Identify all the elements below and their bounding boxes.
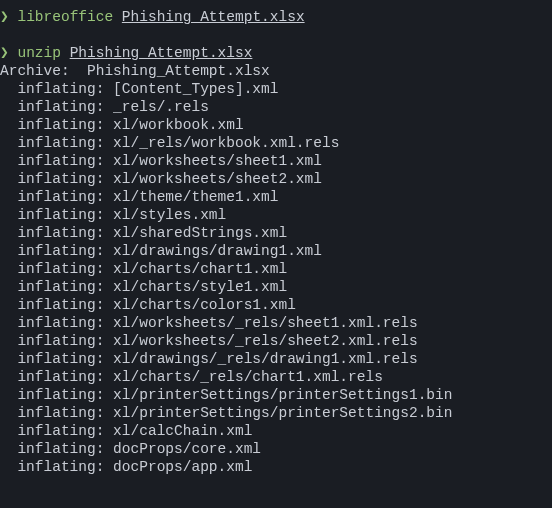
inflate-entry: inflating: xl/workbook.xml [0, 117, 261, 133]
inflate-entry: inflating: xl/printerSettings/printerSet… [0, 387, 470, 403]
prompt-symbol: ❯ [0, 45, 17, 61]
terminal-line: inflating: xl/sharedStrings.xml [0, 224, 552, 242]
inflate-entry: inflating: _rels/.rels [0, 99, 226, 115]
terminal-output[interactable]: ❯ libreoffice Phishing_Attempt.xlsx ❯ un… [0, 8, 552, 476]
inflate-entry: inflating: xl/charts/colors1.xml [0, 297, 313, 313]
terminal-line: ❯ unzip Phishing_Attempt.xlsx [0, 44, 552, 62]
inflate-entry: inflating: xl/calcChain.xml [0, 423, 270, 439]
inflate-entry: inflating: xl/printerSettings/printerSet… [0, 405, 470, 421]
terminal-line: inflating: xl/printerSettings/printerSet… [0, 386, 552, 404]
inflate-entry: inflating: docProps/core.xml [0, 441, 278, 457]
terminal-line: inflating: xl/worksheets/sheet1.xml [0, 152, 552, 170]
inflate-entry: inflating: xl/styles.xml [0, 207, 244, 223]
inflate-entry: inflating: xl/drawings/drawing1.xml [0, 243, 339, 259]
command-name: libreoffice [17, 9, 113, 25]
terminal-line: inflating: xl/printerSettings/printerSet… [0, 404, 552, 422]
terminal-line: inflating: xl/drawings/drawing1.xml [0, 242, 552, 260]
command-arg: Phishing_Attempt.xlsx [122, 9, 305, 25]
inflate-entry: inflating: xl/worksheets/sheet1.xml [0, 153, 339, 169]
inflate-entry: inflating: xl/charts/_rels/chart1.xml.re… [0, 369, 400, 385]
terminal-line: inflating: _rels/.rels [0, 98, 552, 116]
terminal-line: inflating: xl/charts/chart1.xml [0, 260, 552, 278]
inflate-entry: inflating: xl/_rels/workbook.xml.rels [0, 135, 357, 151]
terminal-line: inflating: xl/styles.xml [0, 206, 552, 224]
inflate-entry: inflating: xl/theme/theme1.xml [0, 189, 296, 205]
terminal-line: ❯ libreoffice Phishing_Attempt.xlsx [0, 8, 552, 26]
terminal-line: inflating: xl/charts/style1.xml [0, 278, 552, 296]
terminal-line: inflating: xl/charts/_rels/chart1.xml.re… [0, 368, 552, 386]
terminal-line: inflating: xl/drawings/_rels/drawing1.xm… [0, 350, 552, 368]
terminal-line: inflating: xl/_rels/workbook.xml.rels [0, 134, 552, 152]
inflate-entry: inflating: xl/worksheets/_rels/sheet1.xm… [0, 315, 435, 331]
terminal-line: inflating: xl/worksheets/_rels/sheet1.xm… [0, 314, 552, 332]
command-arg: Phishing_Attempt.xlsx [70, 45, 253, 61]
inflate-entry: inflating: xl/worksheets/sheet2.xml [0, 171, 339, 187]
terminal-line: inflating: docProps/app.xml [0, 458, 552, 476]
prompt-symbol: ❯ [0, 9, 17, 25]
terminal-line: inflating: docProps/core.xml [0, 440, 552, 458]
command-name: unzip [17, 45, 61, 61]
inflate-entry: inflating: xl/charts/chart1.xml [0, 261, 305, 277]
inflate-entry: inflating: xl/worksheets/_rels/sheet2.xm… [0, 333, 435, 349]
terminal-line: inflating: xl/worksheets/sheet2.xml [0, 170, 552, 188]
terminal-line: inflating: xl/theme/theme1.xml [0, 188, 552, 206]
inflate-entry: inflating: docProps/app.xml [0, 459, 270, 475]
inflate-entry: inflating: xl/charts/style1.xml [0, 279, 305, 295]
terminal-line: inflating: xl/workbook.xml [0, 116, 552, 134]
terminal-line: inflating: [Content_Types].xml [0, 80, 552, 98]
terminal-line: inflating: xl/calcChain.xml [0, 422, 552, 440]
inflate-entry: inflating: xl/drawings/_rels/drawing1.xm… [0, 351, 435, 367]
terminal-line [0, 26, 552, 44]
archive-header: Archive: Phishing_Attempt.xlsx [0, 63, 270, 79]
inflate-entry: inflating: xl/sharedStrings.xml [0, 225, 305, 241]
inflate-entry: inflating: [Content_Types].xml [0, 81, 296, 97]
terminal-line: inflating: xl/worksheets/_rels/sheet2.xm… [0, 332, 552, 350]
terminal-line: Archive: Phishing_Attempt.xlsx [0, 62, 552, 80]
terminal-line: inflating: xl/charts/colors1.xml [0, 296, 552, 314]
